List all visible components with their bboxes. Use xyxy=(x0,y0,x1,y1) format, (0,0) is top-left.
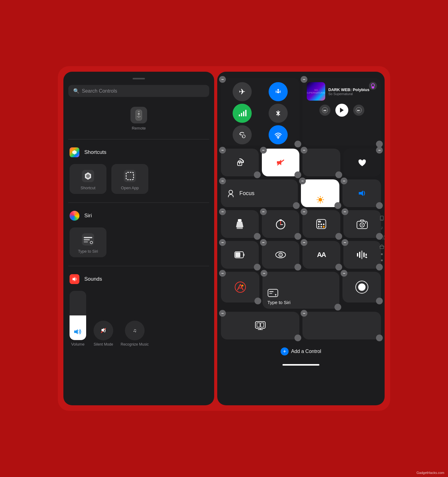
remove-connectivity-btn[interactable]: − xyxy=(219,76,226,83)
heart-tile[interactable]: − xyxy=(343,149,381,176)
resize-camera-handle[interactable] xyxy=(376,233,383,240)
search-bar[interactable]: 🔍 Search Controls xyxy=(68,85,209,97)
remove-empty1-btn[interactable]: − xyxy=(301,147,307,154)
mute-tile[interactable]: − xyxy=(262,149,300,176)
rotation-lock-tile[interactable]: − xyxy=(221,149,259,176)
type-siri-cc-label: Type to Siri xyxy=(267,300,334,305)
airdrop-btn[interactable] xyxy=(269,82,288,101)
resize-empty1-handle[interactable] xyxy=(335,171,342,178)
remove-volume-cc-btn[interactable]: − xyxy=(341,178,347,184)
type-to-siri-tile[interactable]: Type to Siri xyxy=(70,227,106,257)
siri-label: Siri xyxy=(84,213,92,219)
resize-volume-cc-handle[interactable] xyxy=(376,202,383,209)
resize-soundrecog-handle[interactable] xyxy=(376,264,383,271)
play-btn[interactable] xyxy=(335,104,348,117)
remove-flashlight-btn[interactable]: − xyxy=(219,208,226,215)
remove-textsize-btn[interactable]: − xyxy=(301,239,307,246)
remove-empty2-btn[interactable]: − xyxy=(301,310,307,317)
skip-forward-btn[interactable]: ⏭ xyxy=(353,105,364,116)
soundrecog-tile[interactable]: − xyxy=(343,241,381,269)
open-app-label: Open App xyxy=(121,186,139,190)
resize-accessibility-handle[interactable] xyxy=(254,298,261,304)
volume-tile[interactable] xyxy=(70,291,86,340)
camera-tile[interactable]: − xyxy=(343,210,381,238)
remove-calculator-btn[interactable]: − xyxy=(301,208,307,215)
remove-rotation-btn[interactable]: − xyxy=(219,147,226,154)
svg-point-47 xyxy=(318,198,322,202)
skip-back-btn[interactable]: ⏮ xyxy=(319,105,330,116)
svg-rect-16 xyxy=(84,241,88,243)
resize-connectivity-handle[interactable] xyxy=(294,141,301,147)
remove-camera-btn[interactable]: − xyxy=(342,208,348,215)
accessibility-tile[interactable]: − xyxy=(221,272,259,303)
airplane-btn[interactable]: ✈ xyxy=(233,82,252,101)
calculator-tile[interactable]: − xyxy=(302,210,340,238)
remove-focus-btn[interactable]: − xyxy=(219,178,226,184)
phone-icon xyxy=(379,216,384,221)
flashlight-tile[interactable]: − xyxy=(221,210,259,238)
resize-calculator-handle[interactable] xyxy=(335,233,342,240)
resize-screen-mirror-handle[interactable] xyxy=(294,335,301,341)
resize-brightness-handle[interactable] xyxy=(334,202,341,209)
vpn-btn[interactable] xyxy=(233,125,252,144)
svg-point-67 xyxy=(318,224,320,225)
wifi-btn[interactable] xyxy=(269,125,288,144)
resize-rotation-handle[interactable] xyxy=(254,171,261,178)
textsize-tile[interactable]: − AA xyxy=(302,241,340,269)
shortcut-tile[interactable]: Shortcut xyxy=(70,164,106,194)
bottom-row2: − − xyxy=(221,272,381,309)
remove-nowplaying-btn[interactable]: − xyxy=(301,76,307,83)
resize-type-siri-handle[interactable] xyxy=(334,304,341,311)
resize-flashlight-handle[interactable] xyxy=(254,233,261,240)
resize-timer-handle[interactable] xyxy=(294,233,301,240)
svg-rect-94 xyxy=(269,293,272,294)
resize-nowplaying-handle[interactable] xyxy=(376,141,383,147)
remove-darkmode-btn[interactable]: − xyxy=(260,239,267,246)
silent-mode-btn[interactable]: Silent Mode xyxy=(94,321,113,347)
cellular-btn[interactable] xyxy=(233,104,252,123)
remove-screen-mirror-btn[interactable]: − xyxy=(219,310,226,317)
battery-tile[interactable]: − xyxy=(221,241,259,269)
sounds-section-header: Sounds xyxy=(68,270,209,288)
remove-brightness-btn[interactable]: − xyxy=(299,178,306,184)
open-app-tile[interactable]: Open App xyxy=(111,164,148,194)
bluetooth-btn[interactable] xyxy=(269,104,288,123)
remove-timer-btn[interactable]: − xyxy=(260,208,267,215)
remove-heart-btn[interactable]: − xyxy=(376,147,383,154)
brightness-tile[interactable]: − xyxy=(301,179,339,207)
add-control-row[interactable]: + Add a Control xyxy=(221,343,381,360)
resize-mute-handle[interactable] xyxy=(294,171,301,178)
darkmode-tile[interactable]: − xyxy=(262,241,300,269)
svg-rect-87 xyxy=(366,254,367,256)
np-album-art: SO SUPERNATURAL xyxy=(307,82,325,101)
focus-tile[interactable]: − Focus xyxy=(221,179,298,207)
svg-marker-39 xyxy=(340,108,344,113)
resize-empty2-handle[interactable] xyxy=(376,335,383,341)
resize-darkmode-handle[interactable] xyxy=(294,264,301,271)
recognize-music-icon: ♫ xyxy=(125,321,145,340)
remove-record-btn[interactable]: − xyxy=(341,270,347,277)
type-siri-cc-tile[interactable]: − Type to Siri xyxy=(262,272,339,309)
remove-battery-btn[interactable]: − xyxy=(219,239,226,246)
empty-tile-2[interactable]: − xyxy=(302,312,381,339)
empty-tile-1[interactable]: − xyxy=(302,149,340,176)
resize-textsize-handle[interactable] xyxy=(335,264,342,271)
siri-section-header: Siri xyxy=(68,206,209,225)
remove-soundrecog-btn[interactable]: − xyxy=(342,239,348,246)
remove-accessibility-btn[interactable]: − xyxy=(219,270,226,277)
home-icon xyxy=(379,244,384,249)
volume-label: Volume xyxy=(71,342,84,347)
screen-mirror-tile[interactable]: − xyxy=(221,312,299,339)
resize-record-handle[interactable] xyxy=(376,298,383,304)
resize-focus-handle[interactable] xyxy=(293,202,300,209)
record-tile[interactable]: − xyxy=(342,272,381,303)
recognize-music-btn[interactable]: ♫ Recognize Music xyxy=(121,321,149,347)
volume-cc-tile[interactable]: − xyxy=(342,179,381,207)
remote-icon[interactable] xyxy=(130,107,147,123)
shortcuts-section-header: Shortcuts xyxy=(68,143,209,162)
timer-tile[interactable]: − xyxy=(262,210,300,238)
svg-rect-30 xyxy=(243,111,244,116)
remove-mute-btn[interactable]: − xyxy=(260,147,267,154)
resize-battery-handle[interactable] xyxy=(254,264,261,271)
remove-type-siri-btn[interactable]: − xyxy=(261,270,267,277)
